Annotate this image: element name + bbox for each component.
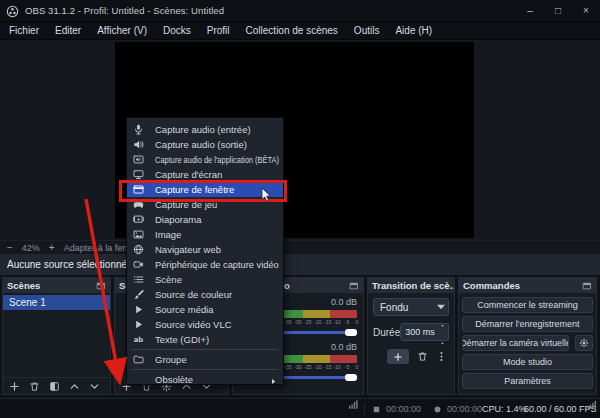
record-timer: 00:00:00 [447, 404, 482, 414]
no-icon [133, 374, 147, 386]
menu-item-label: Source média [155, 304, 279, 315]
brush-icon [133, 289, 147, 301]
menu-item-label: Scène [155, 274, 279, 285]
tick-label: -10 [334, 364, 341, 370]
controls-panel-title: Commandes [463, 280, 520, 291]
scenes-panel-header: Scènes [3, 278, 110, 293]
control-button-paramètres[interactable]: Paramètres [462, 373, 593, 389]
zoom-in-button[interactable]: + [49, 243, 55, 253]
scenes-toolbar [3, 377, 110, 394]
menu-item-image[interactable]: Image [127, 227, 283, 242]
chevron-up-icon[interactable] [69, 381, 80, 392]
duration-value: 300 ms [401, 327, 437, 337]
remove-transition-button[interactable] [417, 351, 428, 362]
transition-select-value: Fondu [374, 302, 434, 313]
spinner-arrows[interactable] [437, 314, 448, 350]
spin-down-icon[interactable] [439, 332, 446, 350]
transition-properties-kebab-icon[interactable] [436, 351, 447, 362]
menu-item-scène[interactable]: Scène [127, 272, 283, 287]
shade-icon[interactable] [582, 281, 592, 291]
globe-icon [133, 244, 147, 256]
menu-item-source-de-couleur[interactable]: Source de couleur [127, 287, 283, 302]
shade-icon[interactable] [96, 281, 106, 291]
tick-label: -20 [314, 319, 321, 325]
maximize-button[interactable]: □ [544, 0, 572, 21]
controls-panel: Commandes Commencer le streamingDémarrer… [458, 277, 597, 395]
preview-area [0, 40, 600, 240]
play-icon [133, 319, 147, 331]
tick-label: -15 [324, 319, 331, 325]
trash-icon[interactable] [29, 381, 40, 392]
chevron-down-icon[interactable] [89, 381, 100, 392]
stream-status-icon [371, 404, 382, 415]
virtual-camera-settings-gear-icon[interactable] [575, 335, 593, 351]
duration-label: Durée [373, 327, 400, 338]
obs-logo-icon [6, 4, 19, 17]
menubar-item-aide-h[interactable]: Aide (H) [387, 22, 440, 40]
tick-label: 0 [356, 364, 359, 370]
close-button[interactable]: × [572, 0, 600, 21]
filter-icon[interactable] [49, 381, 60, 392]
scenes-panel-title: Scènes [7, 280, 40, 291]
menubar-item-outils[interactable]: Outils [346, 22, 388, 40]
render-health-icon [586, 399, 597, 410]
menu-item-label: Obsolète [155, 374, 270, 385]
menu-item-obsolète[interactable]: Obsolète [127, 372, 283, 387]
control-button-commencer-le-streaming[interactable]: Commencer le streaming [462, 297, 593, 313]
controls-panel-header: Commandes [459, 278, 596, 293]
menu-item-label: Capture audio (entrée) [155, 124, 279, 135]
zoom-out-button[interactable]: − [7, 243, 13, 253]
image-icon [133, 229, 147, 241]
add-transition-button[interactable] [387, 349, 409, 364]
plus-icon[interactable] [9, 381, 20, 392]
duration-spinner[interactable]: 300 ms [400, 323, 449, 341]
tick-label: -25 [304, 364, 311, 370]
spin-up-icon[interactable] [439, 314, 446, 332]
volume-slider-handle[interactable] [345, 374, 357, 381]
control-button-démarrer-la-caméra-virtuelle[interactable]: Démarrer la caméra virtuelle [462, 335, 569, 351]
menubar-item-profil[interactable]: Profil [199, 22, 238, 40]
menu-item-capture-audio-de-l-application-bêta[interactable]: Capture audio de l'application (BÊTA) [127, 152, 283, 167]
tick-label: -25 [304, 319, 311, 325]
menubar-item-docks[interactable]: Docks [155, 22, 199, 40]
display-icon [133, 169, 147, 181]
app-audio-icon [133, 154, 147, 166]
menubar-item-editer[interactable]: Editer [47, 22, 89, 40]
video-camera-icon [133, 259, 147, 271]
menu-item-capture-audio-entrée[interactable]: Capture audio (entrée) [127, 122, 283, 137]
tick-label: -35 [285, 364, 292, 370]
tick-label: -10 [334, 319, 341, 325]
mic-icon [133, 124, 147, 136]
control-button-démarrer-l-enregistrement[interactable]: Démarrer l'enregistrement [462, 316, 593, 332]
menubar-item-fichier[interactable]: Fichier [1, 22, 47, 40]
slideshow-icon [133, 214, 147, 226]
tick-label: -35 [285, 319, 292, 325]
menu-item-label: Texte (GDI+) [155, 334, 279, 345]
title-bar: OBS 31.1.2 - Profil: Untitled - Scènes: … [0, 0, 600, 22]
menu-separator [132, 349, 278, 350]
menu-item-label: Source de couleur [155, 289, 279, 300]
no-source-hint: Aucune source sélectionnée [0, 254, 600, 275]
window-title: OBS 31.1.2 - Profil: Untitled - Scènes: … [25, 5, 224, 16]
volume-slider-handle[interactable] [345, 329, 357, 336]
menu-item-source-média[interactable]: Source média [127, 302, 283, 317]
menu-item-texte-gdi[interactable]: abTexte (GDI+) [127, 332, 283, 347]
menu-item-label: Navigateur web [155, 244, 279, 255]
menubar-item-collection-de-sc-nes[interactable]: Collection de scènes [238, 22, 346, 40]
tick-label: -5 [345, 364, 349, 370]
tick-label: -30 [294, 319, 301, 325]
menu-item-diaporama[interactable]: Diaporama [127, 212, 283, 227]
scene-list-item[interactable]: Scene 1 [3, 295, 110, 310]
control-button-mode-studio[interactable]: Mode studio [462, 354, 593, 370]
menu-item-périphérique-de-capture-vidéo[interactable]: Périphérique de capture vidéo [127, 257, 283, 272]
menu-item-groupe[interactable]: Groupe [127, 352, 283, 367]
shade-icon[interactable] [349, 281, 359, 291]
tick-label: -20 [314, 364, 321, 370]
controls-buttons: Commencer le streamingDémarrer l'enregis… [459, 293, 596, 389]
minimize-button[interactable]: – [516, 0, 544, 21]
menu-item-capture-audio-sortie[interactable]: Capture audio (sortie) [127, 137, 283, 152]
menu-bar: FichierEditerAfficher (V)DocksProfilColl… [0, 22, 600, 40]
menu-item-source-vidéo-vlc[interactable]: Source vidéo VLC [127, 317, 283, 332]
menubar-item-afficher-v[interactable]: Afficher (V) [89, 22, 155, 40]
menu-item-navigateur-web[interactable]: Navigateur web [127, 242, 283, 257]
